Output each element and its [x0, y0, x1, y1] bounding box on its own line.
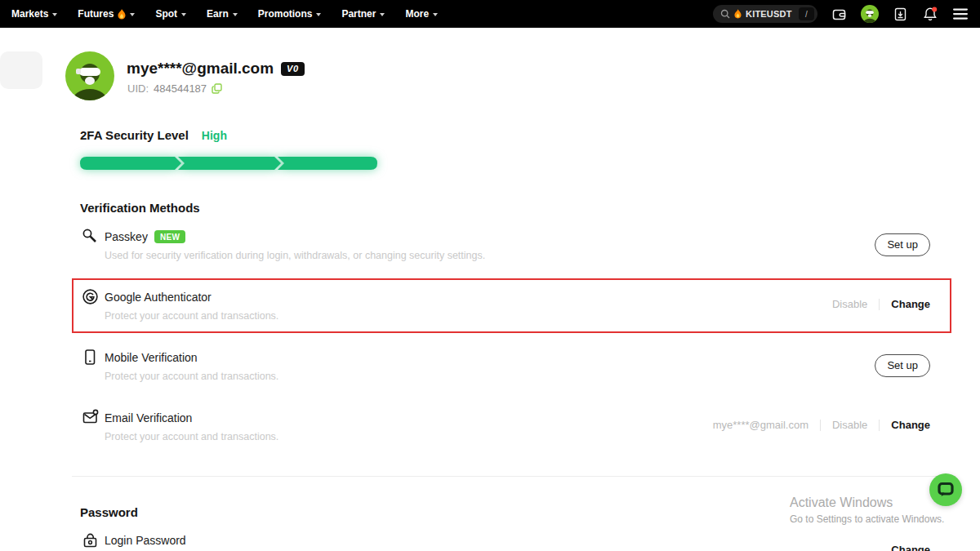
- nav-menu: Markets Futures Spot Earn Promotions Par…: [11, 8, 438, 20]
- google-authenticator-icon: [82, 288, 99, 305]
- row-title-login-password: Login Password: [105, 534, 186, 547]
- verification-row-passkey: Passkey NEW Used for security verificati…: [82, 228, 951, 278]
- nav-item-earn[interactable]: Earn: [207, 8, 238, 20]
- chevron-down-icon: [181, 13, 186, 16]
- uid-value: 484544187: [154, 82, 207, 95]
- new-badge: NEW: [154, 230, 185, 243]
- watermark-line1: Activate Windows: [790, 495, 944, 510]
- passkey-key-icon: [82, 228, 98, 244]
- search-value: KITEUSDT: [746, 9, 795, 19]
- divider: [879, 299, 880, 310]
- nav-label: Earn: [207, 8, 229, 20]
- nav-actions: KITEUSDT /: [713, 5, 969, 23]
- vip-level-badge[interactable]: V0: [281, 62, 304, 76]
- activate-windows-watermark: Activate Windows Go to Settings to activ…: [790, 495, 944, 525]
- progress-segment: [278, 157, 377, 170]
- progress-segment: [178, 157, 281, 170]
- search-icon: [720, 9, 730, 19]
- nav-item-partner[interactable]: Partner: [341, 8, 385, 20]
- row-title-google-authenticator: Google Authenticator: [105, 291, 212, 304]
- hamburger-menu-icon[interactable]: [952, 7, 969, 20]
- divider: [820, 420, 821, 431]
- chevron-down-icon: [130, 13, 135, 16]
- nav-label: More: [405, 8, 429, 20]
- notifications-bell-icon[interactable]: [922, 6, 938, 22]
- nav-label: Promotions: [258, 8, 313, 20]
- email-change-link[interactable]: Change: [891, 419, 930, 431]
- google-authenticator-disable-link[interactable]: Disable: [832, 298, 867, 310]
- mobile-setup-button[interactable]: Set up: [875, 354, 930, 377]
- google-authenticator-change-link[interactable]: Change: [891, 298, 930, 310]
- profile-avatar: [65, 51, 114, 100]
- wallet-icon[interactable]: [831, 7, 847, 22]
- search-input[interactable]: KITEUSDT /: [713, 5, 817, 23]
- chevron-down-icon: [316, 13, 321, 16]
- flame-icon: [118, 9, 126, 20]
- security-level-title: 2FA Security Level: [80, 128, 189, 142]
- nav-label: Futures: [78, 8, 114, 20]
- verification-row-mobile: Mobile Verification Protect your account…: [82, 349, 951, 399]
- security-level-progress-bar: [80, 157, 377, 170]
- watermark-line2: Go to Settings to activate Windows.: [790, 513, 944, 525]
- mobile-phone-icon: [82, 349, 98, 366]
- profile-email: mye****@gmail.com: [127, 60, 274, 78]
- row-title-email: Email Verification: [105, 411, 192, 424]
- search-shortcut-key: /: [799, 7, 814, 20]
- uid-label: UID:: [127, 82, 149, 95]
- nav-item-promotions[interactable]: Promotions: [258, 8, 322, 20]
- live-chat-button[interactable]: [929, 473, 962, 506]
- verification-row-google-authenticator: Google Authenticator Protect your accoun…: [82, 288, 951, 339]
- row-description: Protect your account and transactions.: [105, 371, 278, 382]
- user-avatar[interactable]: [861, 5, 879, 23]
- nav-label: Partner: [341, 8, 376, 20]
- row-title-mobile: Mobile Verification: [105, 351, 198, 364]
- chevron-down-icon: [433, 13, 438, 16]
- verification-row-email: Email Verification Protect your account …: [82, 409, 951, 460]
- sidebar-stub: [0, 51, 42, 89]
- nav-item-more[interactable]: More: [405, 8, 438, 20]
- progress-segment: [80, 157, 181, 170]
- nav-item-spot[interactable]: Spot: [155, 8, 186, 20]
- nav-label: Spot: [155, 8, 177, 20]
- email-envelope-icon: [82, 409, 99, 425]
- email-disable-link[interactable]: Disable: [832, 419, 867, 431]
- app-download-icon[interactable]: [893, 7, 908, 22]
- chat-bubble-icon: [937, 481, 955, 499]
- row-description: Used for security verification during lo…: [105, 250, 485, 261]
- flame-icon: [734, 9, 742, 19]
- chevron-down-icon: [52, 13, 57, 16]
- password-row-login: Login Password: [82, 531, 951, 551]
- nav-item-markets[interactable]: Markets: [11, 8, 57, 20]
- verification-methods-heading: Verification Methods: [80, 201, 200, 215]
- divider: [879, 420, 880, 431]
- login-password-change-link[interactable]: Change: [891, 544, 930, 551]
- row-title-passkey: Passkey: [105, 230, 148, 243]
- password-heading: Password: [80, 505, 138, 519]
- lock-icon: [82, 531, 99, 549]
- copy-icon[interactable]: [212, 83, 222, 94]
- chevron-down-icon: [233, 13, 238, 16]
- section-divider: [72, 476, 951, 477]
- email-bound-value: mye****@gmail.com: [713, 419, 808, 431]
- top-navigation: Markets Futures Spot Earn Promotions Par…: [0, 0, 980, 28]
- nav-item-futures[interactable]: Futures: [78, 8, 135, 20]
- nav-label: Markets: [11, 8, 48, 20]
- security-level-value: High: [202, 129, 227, 142]
- row-description: Protect your account and transactions.: [105, 431, 278, 442]
- passkey-setup-button[interactable]: Set up: [875, 233, 930, 256]
- chevron-down-icon: [380, 13, 385, 16]
- row-description: Protect your account and transactions.: [105, 310, 278, 322]
